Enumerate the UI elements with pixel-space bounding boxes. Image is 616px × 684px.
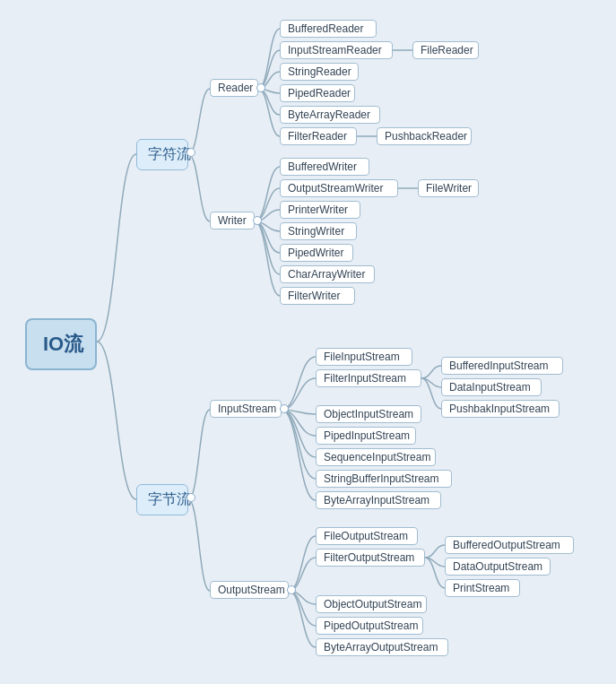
node-InputStreamReader: InputStreamReader [280,41,393,59]
node-InputStream: InputStream [210,400,282,418]
collapse-dot[interactable] [256,83,265,92]
node-ByteArrayReader: ByteArrayReader [280,106,380,124]
collapse-dot[interactable] [187,493,195,502]
node-FilterWriter: FilterWriter [280,287,355,305]
node-字节流: 字节流 [136,484,188,515]
node-FilterInputStream: FilterInputStream [316,369,421,387]
node-PipedReader: PipedReader [280,84,355,102]
node-ByteArrayInputStream: ByteArrayInputStream [316,491,441,509]
node-StringWriter: StringWriter [280,222,357,240]
collapse-dot[interactable] [187,148,195,157]
node-IO流: IO流 [25,318,97,370]
node-BufferedReader: BufferedReader [280,20,377,38]
node-Reader: Reader [210,79,258,97]
node-PipedInputStream: PipedInputStream [316,427,416,445]
node-FileInputStream: FileInputStream [316,348,412,366]
node-StringBufferInputStream: StringBufferInputStream [316,470,452,488]
node-PrintStream: PrintStream [445,579,520,597]
node-PushbakInputStream: PushbakInputStream [441,400,560,418]
node-StringReader: StringReader [280,63,359,81]
node-FilterReader: FilterReader [280,127,357,145]
node-SequenceInputStream: SequenceInputStream [316,448,436,466]
node-DataInputStream: DataInputStream [441,378,542,396]
node-ObjectOutputStream: ObjectOutputStream [316,595,427,613]
node-CharArrayWriter: CharArrayWriter [280,265,375,283]
node-FileOutputStream: FileOutputStream [316,527,418,545]
node-ByteArrayOutputStream: ByteArrayOutputStream [316,638,448,656]
node-FileWriter: FileWriter [418,179,479,197]
mind-map-container: IO流字符流ReaderBufferedReaderInputStreamRea… [0,0,616,684]
collapse-dot[interactable] [287,585,296,594]
node-PipedOutputStream: PipedOutputStream [316,617,423,635]
node-PipedWriter: PipedWriter [280,244,353,262]
node-PushbackReader: PushbackReader [377,127,472,145]
node-BufferedInputStream: BufferedInputStream [441,357,563,375]
node-FileReader: FileReader [412,41,479,59]
collapse-dot[interactable] [280,404,289,413]
node-PrinterWriter: PrinterWriter [280,201,360,219]
node-ObjectInputStream: ObjectInputStream [316,405,421,423]
node-字符流: 字符流 [136,139,188,170]
node-OutputStreamWriter: OutputStreamWriter [280,179,398,197]
node-Writer: Writer [210,212,255,229]
node-BufferedWriter: BufferedWriter [280,158,369,176]
node-FilterOutputStream: FilterOutputStream [316,549,425,567]
collapse-dot[interactable] [253,216,262,225]
node-BufferedOutputStream: BufferedOutputStream [445,536,574,554]
node-OutputStream: OutputStream [210,581,289,599]
node-DataOutputStream: DataOutputStream [445,558,551,576]
